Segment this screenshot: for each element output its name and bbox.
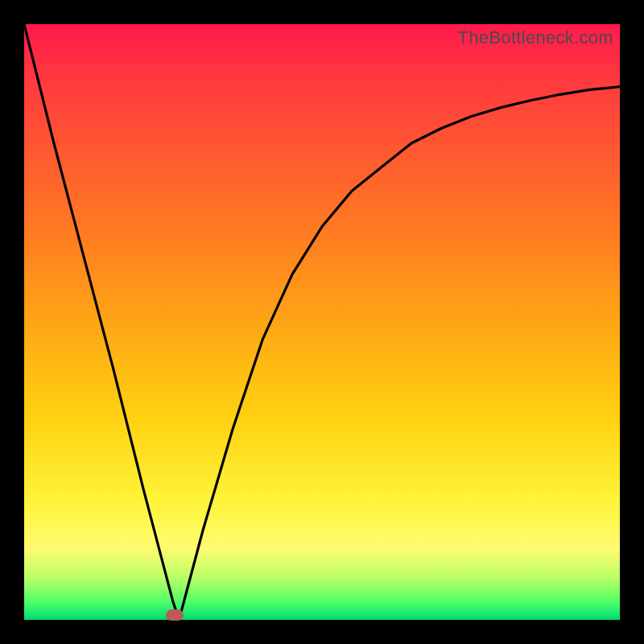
chart-plot-area: TheBottleneck.com — [24, 24, 620, 620]
bottleneck-curve — [24, 24, 620, 620]
chart-frame: TheBottleneck.com — [0, 0, 644, 644]
min-point-marker — [166, 609, 184, 621]
